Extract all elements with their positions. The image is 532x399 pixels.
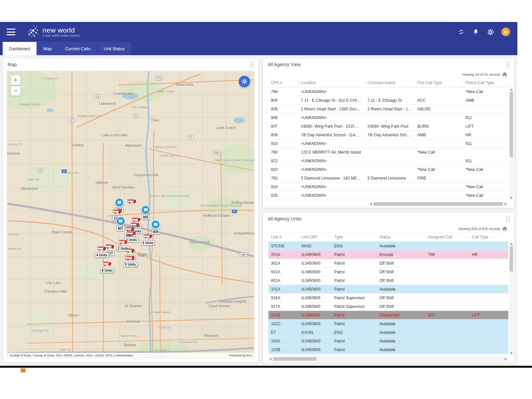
- tab-map[interactable]: Map: [37, 42, 58, 55]
- table-row[interactable]: 101AIL0450600PatrolAvailable: [268, 285, 508, 294]
- table-row[interactable]: 824<UNKNOWN>*New Call: [268, 183, 508, 191]
- map-settings-gear-button[interactable]: [239, 76, 250, 87]
- scrollbar-thumb[interactable]: [273, 357, 317, 361]
- tab-unit-status[interactable]: Unit Status: [97, 42, 131, 55]
- scroll-right-arrow[interactable]: [503, 357, 508, 361]
- table-row[interactable]: 806<UNKNOWN>911: [268, 113, 508, 122]
- table-cell: ENG: [332, 244, 377, 248]
- column-header[interactable]: Status: [377, 235, 425, 239]
- table-row[interactable]: 101CIL0450600PatrolAvailable: [268, 320, 508, 328]
- tab-current-calls[interactable]: Current Calls: [59, 42, 97, 55]
- table-row[interactable]: 8047 11 - E Chicago St - 811 E CHI...7 1…: [268, 96, 508, 105]
- zoom-in-button[interactable]: +: [11, 75, 21, 85]
- vertical-scrollbar[interactable]: [509, 242, 513, 355]
- unit-cluster-marker[interactable]: 8 Units: [100, 261, 114, 273]
- unit-cluster-marker[interactable]: 5 Units: [124, 255, 137, 267]
- fire-truck-icon: [119, 239, 128, 246]
- table-row[interactable]: 8052 Rivers Head Start - 1380 Dun...2 Ri…: [268, 105, 508, 113]
- table-row[interactable]: E7KA191ENGAvailable: [268, 328, 508, 337]
- unit-cluster-marker[interactable]: 5 Units: [141, 233, 155, 245]
- horizontal-scrollbar[interactable]: [268, 357, 508, 361]
- column-header[interactable]: Type: [332, 235, 377, 239]
- table-row[interactable]: 601AIL0450600PatrolOff Shift: [268, 276, 508, 285]
- table-cell: Available: [377, 322, 425, 326]
- table-row[interactable]: 501AIL0450600PatrolOff Shift: [268, 268, 508, 276]
- horizontal-scrollbar[interactable]: [369, 202, 508, 206]
- column-header[interactable]: CFS #: [268, 80, 298, 85]
- agency-units-title: All Agency Units: [268, 216, 301, 221]
- unit-cluster-marker[interactable]: 4 Units: [95, 246, 109, 258]
- column-header[interactable]: Call Type: [469, 235, 508, 239]
- table-row[interactable]: 807#3080- Wing Park Pool - 1010 ...#3080…: [268, 122, 508, 131]
- table-row[interactable]: 790123 E MERRITT AV, Merritt Island*New …: [268, 148, 508, 157]
- table-row[interactable]: 201AIL0450600PatrolEnroute798HR: [268, 250, 508, 259]
- map-attribution: County of Kane, County of Kane, Esri, HE…: [7, 353, 254, 358]
- drag-handle-icon[interactable]: [506, 62, 510, 67]
- column-header[interactable]: Fire Call Type: [415, 80, 463, 85]
- unit-marker[interactable]: [128, 199, 136, 205]
- column-header[interactable]: Assigned Call: [425, 235, 469, 239]
- table-row[interactable]: 102AIL0450600PatrolAvailable: [268, 337, 508, 345]
- fire-truck-icon: [97, 246, 106, 252]
- table-row[interactable]: 825<UNKNOWN>*New Call: [268, 191, 508, 200]
- drag-handle-icon[interactable]: [250, 62, 254, 67]
- map-markers: ☎798111B☎805☎807H10211 Units☎809988C3 Un…: [7, 71, 254, 358]
- table-row[interactable]: 799<UNKNOWN>*New Call: [268, 87, 508, 96]
- table-row[interactable]: 810<UNKNOWN>911: [268, 139, 508, 148]
- scroll-down-arrow[interactable]: [509, 196, 513, 200]
- column-header[interactable]: Unit ORI: [299, 235, 332, 239]
- table-cell: 7th Day Adventist Sch...: [365, 133, 415, 137]
- table-row[interactable]: 823<UNKNOWN>*New Call*New Call: [268, 165, 508, 174]
- table-row[interactable]: STCHEMAIDENGAvailable: [268, 242, 508, 250]
- user-avatar[interactable]: D: [501, 28, 510, 36]
- notifications-bell-icon[interactable]: [472, 28, 479, 36]
- vertical-scrollbar[interactable]: [509, 87, 513, 200]
- phone-icon: ☎: [141, 205, 150, 214]
- column-header[interactable]: Unit #: [268, 235, 299, 239]
- table-row[interactable]: 7925 Diamond Limousine - 182 ME...5 Diam…: [268, 174, 508, 183]
- table-cell: 804: [268, 98, 298, 103]
- print-icon[interactable]: [502, 72, 507, 77]
- scroll-up-arrow[interactable]: [509, 242, 513, 246]
- scroll-left-arrow[interactable]: [268, 357, 273, 361]
- column-header[interactable]: Location: [298, 80, 365, 85]
- brand-name: new world: [43, 27, 80, 34]
- table-cell: Patrol: [332, 270, 377, 274]
- table-row[interactable]: 101BIL0450600PatrolDispatched807LIFT: [268, 311, 508, 320]
- tab-dashboard[interactable]: Dashboard: [3, 42, 37, 55]
- phone-icon: ☎: [115, 198, 124, 207]
- scroll-down-arrow[interactable]: [509, 351, 513, 355]
- scroll-right-arrow[interactable]: [503, 202, 508, 206]
- call-marker[interactable]: ☎805: [141, 205, 150, 220]
- menu-hamburger-icon[interactable]: [7, 29, 15, 35]
- table-row[interactable]: 822<UNKNOWN>911: [268, 157, 508, 165]
- table-cell: IL0450600: [299, 322, 332, 326]
- table-cell: 911: [463, 159, 508, 163]
- sync-icon[interactable]: [458, 28, 465, 36]
- table-cell: Available: [377, 347, 425, 352]
- column-header[interactable]: Common Name: [365, 80, 415, 85]
- call-marker[interactable]: ☎809: [151, 220, 160, 234]
- settings-gear-icon[interactable]: [487, 28, 494, 36]
- table-cell: <UNKNOWN>: [298, 185, 365, 189]
- table-cell: Off Shift: [377, 296, 425, 300]
- table-row[interactable]: 301AIL0450600PatrolOff Shift: [268, 259, 508, 268]
- table-row[interactable]: 8097th Day Adventist School - 114...7th …: [268, 131, 508, 139]
- scroll-left-arrow[interactable]: [369, 202, 373, 206]
- table-row[interactable]: 916AIL0450600Patrol SupervisorOff Shift: [268, 294, 508, 302]
- table-cell: 790: [268, 150, 298, 155]
- print-icon[interactable]: [502, 227, 507, 231]
- scrollbar-thumb[interactable]: [374, 202, 503, 206]
- all-agency-units-panel: All Agency Units Viewing 816 of 816 reco…: [263, 212, 515, 363]
- scrollbar-thumb[interactable]: [510, 92, 513, 157]
- drag-handle-icon[interactable]: [506, 216, 510, 221]
- map-viewport[interactable]: WaucondaCrystal LakeLakewoodThe HollowsS…: [7, 71, 254, 358]
- scrollbar-thumb[interactable]: [510, 246, 513, 271]
- table-row[interactable]: 917AIL0450600Patrol SupervisorOff Shift: [268, 302, 508, 311]
- table-cell: 7th Day Adventist School - 114...: [298, 133, 365, 137]
- scroll-up-arrow[interactable]: [509, 87, 513, 91]
- zoom-out-button[interactable]: −: [11, 86, 21, 96]
- column-header[interactable]: Police Call Type: [463, 80, 508, 85]
- call-marker[interactable]: ☎807: [116, 216, 125, 231]
- table-row[interactable]: 102BIL0450600PatrolAvailable: [268, 345, 508, 354]
